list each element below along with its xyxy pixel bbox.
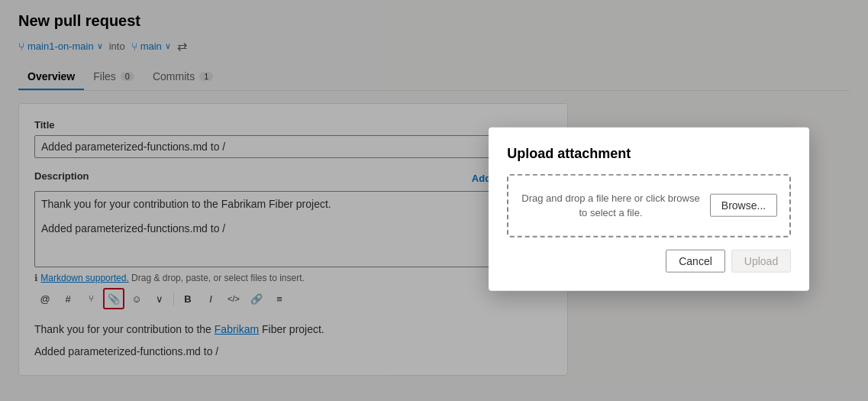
dialog-actions: Cancel Upload	[507, 249, 791, 272]
upload-dropzone[interactable]: Drag and drop a file here or click brows…	[507, 173, 791, 237]
upload-zone-text: Drag and drop a file here or click brows…	[521, 190, 701, 220]
upload-button[interactable]: Upload	[731, 249, 791, 272]
browse-button[interactable]: Browse...	[710, 194, 777, 217]
dialog-title: Upload attachment	[507, 145, 791, 161]
upload-dialog: Upload attachment Drag and drop a file h…	[489, 127, 809, 290]
cancel-button[interactable]: Cancel	[666, 249, 725, 272]
